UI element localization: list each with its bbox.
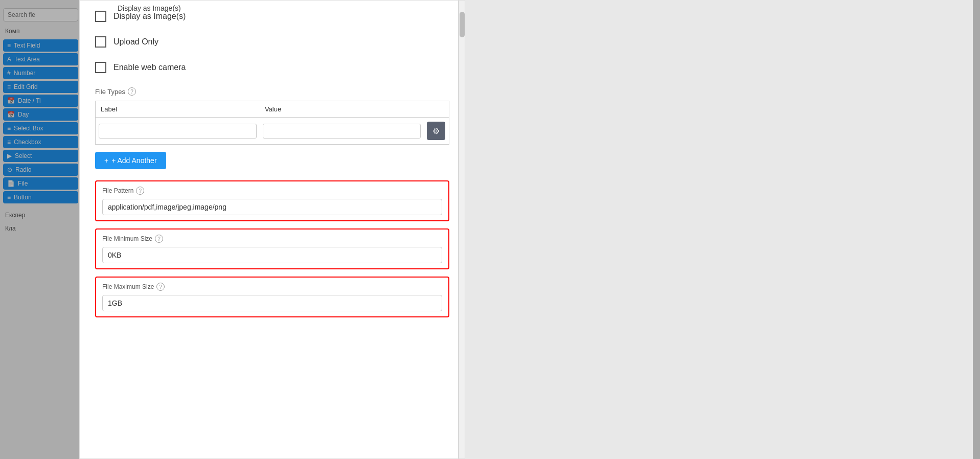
file-pattern-input[interactable] — [102, 199, 442, 215]
upload-only-checkbox[interactable] — [95, 36, 106, 48]
display-as-image-checkbox[interactable] — [95, 11, 106, 22]
table-value-input[interactable] — [263, 124, 421, 139]
file-min-size-input[interactable] — [102, 247, 442, 263]
add-another-button[interactable]: + + Add Another — [95, 152, 166, 169]
file-max-size-help-icon[interactable]: ? — [156, 283, 165, 291]
modal-dialog: Display as Image(s) Upload Only Enable w… — [79, 0, 465, 459]
file-min-size-label: File Minimum Size ? — [102, 235, 442, 243]
modal-content: Display as Image(s) Upload Only Enable w… — [80, 1, 465, 335]
table-col-actions — [424, 101, 449, 118]
file-types-label-text: File Types — [95, 88, 125, 96]
file-max-size-input[interactable] — [102, 295, 442, 311]
file-pattern-help-icon[interactable]: ? — [136, 187, 144, 195]
upload-only-label: Upload Only — [113, 37, 158, 47]
display-as-image-row: Display as Image(s) — [95, 11, 449, 22]
table-cell-label — [96, 118, 260, 145]
table-col-value: Value — [260, 101, 424, 118]
file-max-size-label-text: File Maximum Size — [102, 283, 154, 290]
gear-button[interactable]: ⚙ — [427, 122, 445, 140]
enable-web-camera-label: Enable web camera — [113, 63, 186, 72]
plus-icon: + — [104, 156, 108, 165]
gear-icon: ⚙ — [432, 126, 440, 136]
table-cell-value — [260, 118, 424, 145]
table-cell-action: ⚙ — [424, 118, 449, 145]
file-min-size-label-text: File Minimum Size — [102, 235, 152, 242]
file-types-help-icon[interactable]: ? — [128, 87, 136, 96]
file-pattern-group: File Pattern ? — [95, 180, 449, 221]
modal-scrollbar[interactable] — [458, 1, 465, 459]
file-max-size-label: File Maximum Size ? — [102, 283, 442, 291]
file-min-size-group: File Minimum Size ? — [95, 228, 449, 269]
table-row: ⚙ — [96, 118, 449, 145]
file-pattern-label-text: File Pattern — [102, 187, 133, 194]
file-pattern-label: File Pattern ? — [102, 187, 442, 195]
display-as-images-top-partial: Display as Image(s) — [118, 4, 181, 12]
right-panel — [465, 0, 973, 459]
table-label-input[interactable] — [99, 124, 257, 139]
file-types-table: Label Value ⚙ — [95, 101, 449, 145]
scrollbar-thumb — [460, 12, 465, 37]
file-min-size-help-icon[interactable]: ? — [155, 235, 163, 243]
display-as-image-label: Display as Image(s) — [113, 12, 186, 21]
upload-only-row: Upload Only — [95, 36, 449, 48]
add-another-label: + Add Another — [111, 156, 156, 165]
enable-web-camera-checkbox[interactable] — [95, 62, 106, 73]
table-col-label: Label — [96, 101, 260, 118]
enable-web-camera-row: Enable web camera — [95, 62, 449, 73]
file-types-section-label: File Types ? — [95, 87, 449, 96]
file-max-size-group: File Maximum Size ? — [95, 277, 449, 317]
